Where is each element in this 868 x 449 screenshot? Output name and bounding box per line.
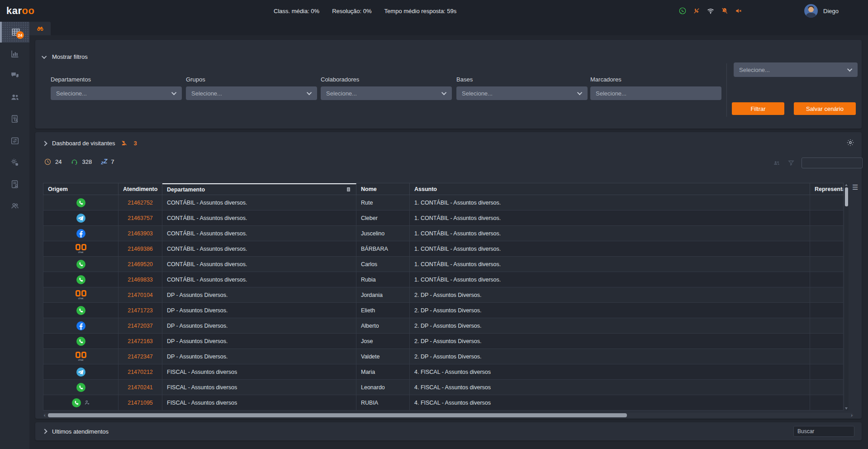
column-menu-icon[interactable]	[346, 186, 351, 192]
scenario-select[interactable]: Selecione...	[734, 62, 858, 77]
filter-label: Marcadores	[590, 76, 721, 83]
column-header-assunto[interactable]: Assunto	[410, 183, 810, 195]
counter-idle-value: 7	[111, 158, 114, 165]
horizontal-scrollbar[interactable]: ‹ ›	[43, 413, 854, 418]
save-scenario-button[interactable]: Salvar cenário	[794, 102, 856, 115]
filter-select-grupos[interactable]: Selecione...	[186, 86, 317, 100]
gear-icon[interactable]	[846, 139, 854, 147]
table-row[interactable]: 21469833 CONTÁBIL - Assuntos diversos. R…	[43, 272, 844, 287]
table-row[interactable]: chat 21470104 DP - Assuntos Diversos. Jo…	[43, 287, 844, 303]
table-row[interactable]: 21463903 CONTÁBIL - Assuntos diversos. J…	[43, 226, 844, 241]
filter-select-departamentos[interactable]: Selecione...	[51, 86, 182, 100]
scroll-right-arrow[interactable]: ›	[851, 412, 853, 418]
scroll-down-arrow[interactable]	[845, 407, 848, 410]
facebook-icon	[76, 320, 86, 331]
cell-assunto: 2. DP - Assuntos Diversos.	[410, 303, 810, 318]
table-row[interactable]: 21463757 CONTÁBIL - Assuntos diversos. C…	[43, 210, 844, 226]
users-outline-icon	[10, 201, 20, 211]
column-header-departamento[interactable]: Departamento	[162, 183, 356, 195]
cell-nome: Carlos	[356, 257, 410, 272]
filter-select-colaboradores[interactable]: Selecione...	[321, 86, 452, 100]
cell-assunto: 1. CONTÁBIL - Assuntos diversos.	[410, 241, 810, 256]
select-placeholder: Selecione...	[191, 90, 222, 97]
table-row[interactable]: 21470212 FISCAL - Assuntos diversos Mari…	[43, 364, 844, 380]
cell-origem	[43, 364, 119, 379]
table-row[interactable]: 21471723 DP - Assuntos Diversos. Elieth …	[43, 303, 844, 318]
vertical-scrollbar-thumb[interactable]	[845, 187, 848, 206]
user-menu[interactable]: Diego	[804, 0, 839, 22]
cell-nome: Leonardo	[356, 380, 410, 395]
scenario-select-value: Selecione...	[739, 67, 770, 73]
column-header-nome[interactable]: Nome	[356, 183, 410, 195]
table-row[interactable]: chat 21469386 CONTÁBIL - Assuntos divers…	[43, 241, 844, 257]
column-header-representante[interactable]: Representante	[810, 183, 843, 195]
sidebar-item-settings[interactable]	[0, 152, 29, 173]
show-filters-toggle[interactable]: Mostrar filtros	[43, 53, 88, 60]
sidebar: 24	[0, 22, 29, 449]
cell-nome: Jordania	[356, 287, 410, 302]
phone-off-icon[interactable]	[693, 7, 701, 15]
table-menu-icon[interactable]: ☰	[852, 184, 858, 191]
latest-title[interactable]: Ultimos atendimentos	[52, 428, 109, 435]
scroll-up-arrow[interactable]	[845, 184, 848, 186]
cell-departamento: DP - Assuntos Diversos.	[162, 334, 356, 349]
cell-atendimento: 21463903	[119, 226, 162, 241]
stat-avg-rating: Class. média: 0%	[274, 8, 319, 14]
facebook-icon	[76, 228, 86, 239]
table-row[interactable]: 21471095 FISCAL - Assuntos diversos RUBI…	[43, 395, 844, 411]
cell-atendimento: 21472163	[119, 334, 162, 349]
cell-departamento: CONTÁBIL - Assuntos diversos.	[162, 257, 356, 272]
chevron-down-icon	[42, 53, 47, 58]
chevron-right-icon	[42, 141, 47, 146]
headset-icon	[71, 158, 78, 166]
vertical-scrollbar[interactable]	[844, 183, 849, 411]
filter-label: Colaboradores	[321, 76, 452, 83]
wifi-icon[interactable]	[707, 7, 715, 15]
sidebar-item-history-search[interactable]	[0, 109, 29, 129]
sidebar-item-reports[interactable]	[0, 43, 29, 64]
cell-nome: Juscelino	[356, 226, 410, 241]
table-row[interactable]: 21469520 CONTÁBIL - Assuntos diversos. C…	[43, 257, 844, 272]
table-search-input[interactable]	[802, 158, 863, 168]
users-icon	[10, 92, 20, 102]
horizontal-scrollbar-thumb[interactable]	[48, 413, 627, 417]
funnel-icon[interactable]	[787, 159, 795, 167]
notifications-off-icon[interactable]	[721, 7, 729, 15]
column-header-origem[interactable]: Origem	[43, 183, 119, 195]
visitors-table: OrigemAtendimentoDepartamento NomeAssunt…	[43, 183, 844, 411]
sidebar-item-sync[interactable]	[0, 130, 29, 151]
sidebar-item-dashboard[interactable]: 24	[0, 22, 29, 43]
sidebar-item-agent-records[interactable]	[0, 174, 29, 195]
filter-select-marcadores[interactable]: Selecione...	[590, 86, 721, 100]
doc-person-icon	[10, 179, 20, 189]
tab-visitors-dashboard[interactable]	[29, 22, 51, 35]
filters-panel: Mostrar filtros Departamentos Selecione.…	[35, 40, 862, 129]
cell-nome: Jose	[356, 334, 410, 349]
counters-row: 24 328 zZ 7	[44, 158, 114, 166]
cell-representante	[810, 318, 843, 333]
people-icon[interactable]	[773, 159, 781, 167]
counter-online-value: 328	[82, 158, 92, 165]
scroll-left-arrow[interactable]: ‹	[44, 412, 46, 418]
filter-field-bases: Bases Selecione...	[456, 76, 588, 100]
table-row[interactable]: 21472037 DP - Assuntos Diversos. Alberto…	[43, 318, 844, 334]
table-row[interactable]: 21470241 FISCAL - Assuntos diversos Leon…	[43, 380, 844, 395]
cell-assunto: 2. DP - Assuntos Diversos.	[410, 287, 810, 302]
sidebar-item-groups[interactable]	[0, 196, 29, 216]
table-row[interactable]: 21462752 CONTÁBIL - Assuntos diversos. R…	[43, 195, 844, 210]
sidebar-item-contacts[interactable]	[0, 87, 29, 108]
filter-button[interactable]: Filtrar	[732, 102, 784, 115]
table-row[interactable]: 21472163 DP - Assuntos Diversos. Jose 2.…	[43, 334, 844, 349]
cell-representante	[810, 226, 843, 241]
whatsapp-status-icon[interactable]	[678, 7, 687, 15]
column-header-atendimento[interactable]: Atendimento	[119, 183, 162, 195]
cell-nome: Cleber	[356, 210, 410, 225]
filter-field-colaboradores: Colaboradores Selecione...	[321, 76, 452, 100]
latest-search-input[interactable]	[793, 426, 854, 437]
visitors-section-toggle[interactable]: Dashboard de visitantes 3	[43, 139, 137, 147]
sidebar-item-conversations[interactable]	[0, 65, 29, 86]
select-placeholder: Selecione...	[596, 90, 626, 97]
sound-off-icon[interactable]	[735, 7, 743, 15]
filter-select-bases[interactable]: Selecione...	[456, 86, 588, 100]
table-row[interactable]: chat 21472347 DP - Assuntos Diversos. Va…	[43, 349, 844, 364]
